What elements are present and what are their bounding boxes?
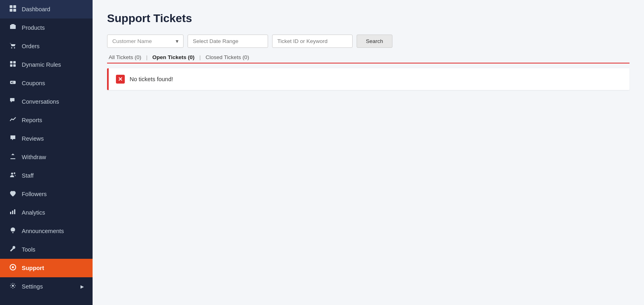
sidebar-item-settings[interactable]: Settings▶	[0, 277, 93, 296]
tab-open-tickets[interactable]: Open Tickets (0)	[151, 54, 196, 60]
sidebar-item-label-dashboard: Dashboard	[22, 6, 84, 12]
search-button[interactable]: Search	[357, 35, 392, 48]
sidebar-item-orders[interactable]: Orders	[0, 37, 93, 55]
sidebar-item-label-settings: Settings	[22, 283, 76, 290]
svg-rect-21	[12, 232, 14, 233]
dashboard-icon	[9, 5, 17, 13]
sidebar-item-label-tools: Tools	[22, 246, 84, 253]
settings-icon	[9, 282, 17, 291]
products-icon	[9, 24, 17, 32]
sidebar: DashboardProductsOrdersDynamic RulesCoup…	[0, 0, 93, 305]
sidebar-item-label-reviews: Reviews	[22, 135, 84, 142]
tools-icon	[9, 246, 17, 254]
svg-point-24	[12, 285, 14, 287]
sidebar-item-withdraw[interactable]: Withdraw	[0, 148, 93, 166]
sidebar-item-tools[interactable]: Tools	[0, 240, 93, 259]
tab-separator-2: |	[199, 54, 201, 60]
svg-rect-19	[12, 211, 13, 214]
svg-rect-1	[13, 5, 16, 8]
svg-point-17	[14, 172, 15, 174]
sidebar-item-dynamic-rules[interactable]: Dynamic Rules	[0, 55, 93, 74]
sidebar-item-support[interactable]: Support	[0, 259, 93, 277]
sidebar-item-label-dynamic-rules: Dynamic Rules	[22, 61, 84, 68]
sidebar-item-label-coupons: Coupons	[22, 80, 84, 86]
customer-name-wrapper: Customer Name ▼	[107, 35, 184, 48]
followers-icon	[9, 190, 17, 198]
page-title: Support Tickets	[107, 12, 630, 25]
sidebar-item-dashboard[interactable]: Dashboard	[0, 0, 93, 18]
svg-rect-10	[10, 64, 12, 67]
sidebar-item-label-conversations: Conversations	[22, 98, 84, 105]
sidebar-item-coupons[interactable]: Coupons	[0, 74, 93, 92]
svg-rect-3	[13, 9, 16, 12]
alert-message: No tickets found!	[130, 76, 173, 82]
svg-rect-9	[13, 61, 16, 63]
reviews-icon	[9, 135, 17, 143]
svg-rect-0	[10, 5, 12, 8]
sidebar-item-label-products: Products	[22, 25, 84, 31]
withdraw-icon	[9, 153, 17, 161]
filter-bar: Customer Name ▼ Search	[107, 35, 630, 48]
svg-rect-15	[10, 158, 15, 159]
svg-rect-11	[13, 64, 16, 67]
settings-expand-arrow-icon: ▶	[80, 284, 84, 289]
sidebar-item-staff[interactable]: Staff	[0, 166, 93, 185]
svg-point-13	[11, 82, 12, 83]
dynamic-rules-icon	[9, 61, 17, 69]
keyword-input[interactable]	[272, 35, 353, 48]
svg-point-6	[11, 47, 12, 49]
announcements-icon	[9, 227, 17, 235]
tab-separator-1: |	[146, 54, 148, 60]
svg-rect-5	[11, 24, 14, 26]
date-range-input[interactable]	[188, 35, 268, 48]
sidebar-item-label-followers: Followers	[22, 191, 84, 197]
main-content: Support Tickets Customer Name ▼ Search A…	[93, 0, 644, 305]
alert-close-icon: ✕	[116, 75, 125, 84]
sidebar-item-label-support: Support	[22, 265, 84, 271]
sidebar-item-analytics[interactable]: Analytics	[0, 203, 93, 222]
orders-icon	[9, 42, 17, 50]
support-icon	[9, 264, 17, 272]
svg-rect-20	[14, 209, 15, 214]
svg-point-16	[11, 173, 13, 175]
sidebar-item-reports[interactable]: Reports	[0, 111, 93, 129]
sidebar-item-label-orders: Orders	[22, 43, 84, 49]
customer-name-select[interactable]: Customer Name	[107, 35, 184, 48]
svg-rect-18	[10, 212, 11, 214]
sidebar-item-label-withdraw: Withdraw	[22, 154, 84, 160]
sidebar-item-reviews[interactable]: Reviews	[0, 129, 93, 148]
sidebar-item-products[interactable]: Products	[0, 18, 93, 37]
no-tickets-alert: ✕ No tickets found!	[107, 68, 630, 90]
svg-rect-8	[10, 61, 12, 63]
sidebar-item-label-staff: Staff	[22, 172, 84, 179]
conversations-icon	[9, 98, 17, 106]
coupons-icon	[9, 79, 17, 87]
sidebar-item-conversations[interactable]: Conversations	[0, 92, 93, 111]
sidebar-item-followers[interactable]: Followers	[0, 185, 93, 203]
reports-icon	[9, 116, 17, 124]
sidebar-item-label-reports: Reports	[22, 117, 84, 123]
analytics-icon	[9, 209, 17, 217]
svg-point-23	[12, 266, 14, 268]
tab-closed-tickets[interactable]: Closed Tickets (0)	[204, 54, 251, 60]
staff-icon	[9, 172, 17, 180]
svg-point-7	[14, 47, 15, 49]
sidebar-item-label-announcements: Announcements	[22, 228, 84, 234]
ticket-tabs: All Tickets (0) | Open Tickets (0) | Clo…	[107, 54, 630, 63]
sidebar-item-label-analytics: Analytics	[22, 209, 84, 216]
svg-rect-2	[10, 9, 12, 12]
sidebar-item-announcements[interactable]: Announcements	[0, 222, 93, 240]
tab-all-tickets[interactable]: All Tickets (0)	[107, 54, 143, 60]
